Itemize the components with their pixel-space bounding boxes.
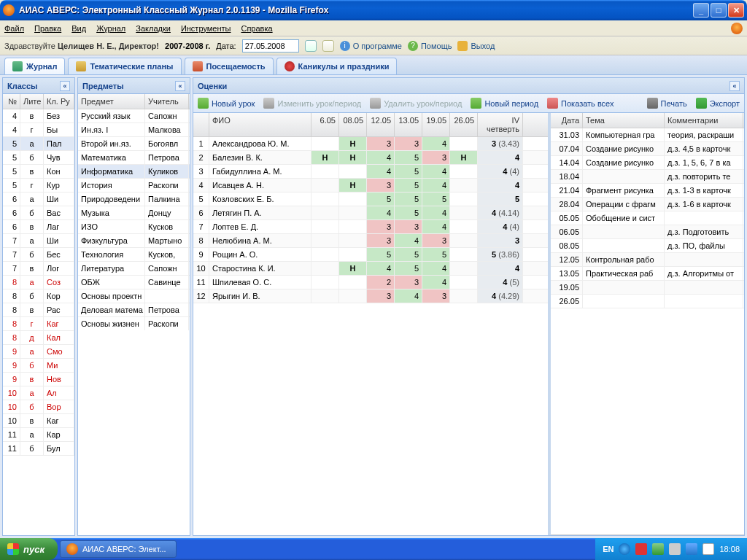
topic-row[interactable]: 05.05Обобщение и сист [551,211,744,225]
minimize-button[interactable]: _ [693,3,709,18]
collapse-icon[interactable]: « [60,81,70,91]
subject-row[interactable]: Основы жизненРаскопи [78,317,190,330]
class-row[interactable]: 6вЛаг [3,220,74,234]
class-row[interactable]: 9бМи [3,359,74,373]
help-link[interactable]: ?Помощь [408,41,452,51]
subject-row[interactable]: ИнформатикаКуликов [78,165,190,179]
class-row[interactable]: 8вРас [3,303,74,317]
show-all-button[interactable]: Показать всех [547,98,614,109]
class-row[interactable]: 7бБес [3,248,74,262]
class-row[interactable]: 9аСмо [3,345,74,359]
student-row[interactable]: 2Балезин В. К.НН453Н4 [193,151,548,165]
class-row[interactable]: 6аШи [3,192,74,206]
subjects-grid-body[interactable]: Русский языкСапожнИн.яз. IМалковаВторой … [78,109,190,330]
student-row[interactable]: 12Ярыгин И. В.3434 (4.29) [193,289,548,303]
subject-row[interactable]: ИЗОКусков [78,220,190,234]
class-row[interactable]: 4гБы [3,123,74,137]
topic-row[interactable]: 18.04д.з. повторить те [551,170,744,184]
topic-row[interactable]: 28.04Операции с фрагмд.з. 1-6 в карточк [551,198,744,211]
collapse-icon[interactable]: « [729,81,740,91]
exit-link[interactable]: Выход [457,41,495,51]
topic-row[interactable]: 19.05 [551,281,744,295]
tray-icon[interactable] [686,543,697,555]
tab-attendance[interactable]: Посещаемость [185,58,274,74]
class-row[interactable]: 5аПал [3,137,74,151]
menu-file[interactable]: Файл [4,24,24,33]
subject-row[interactable]: Второй ин.яз.Богоявл [78,137,190,151]
class-row[interactable]: 10аАл [3,386,74,400]
delete-lesson-button[interactable]: Удалить урок/период [370,98,462,109]
new-lesson-button[interactable]: Новый урок [198,98,255,109]
date-input[interactable] [242,39,299,52]
menu-help[interactable]: Справка [241,24,272,33]
student-row[interactable]: 8Нелюбина А. М.3433 [193,234,548,248]
student-row[interactable]: 6Летягин П. А.4544 (4.14) [193,206,548,220]
class-row[interactable]: 5бЧув [3,151,74,165]
language-indicator[interactable]: EN [603,545,614,553]
tray-icon[interactable] [669,543,681,555]
class-row[interactable]: 10вКаг [3,414,74,428]
class-row[interactable]: 7аШи [3,234,74,248]
class-row[interactable]: 8аСоз [3,276,74,289]
class-row[interactable]: 11аКар [3,428,74,442]
menu-journal[interactable]: Журнал [96,24,125,33]
collapse-icon[interactable]: « [175,81,185,91]
class-row[interactable]: 11бБул [3,442,74,456]
marks-grid-body[interactable]: 1Александрова Ю. М.Н3343 (3.43)2Балезин … [193,137,548,535]
student-row[interactable]: 7Лоптев Е. Д.3344 (4) [193,220,548,234]
tray-icon[interactable] [652,543,664,555]
class-row[interactable]: 9вНов [3,373,74,386]
topics-scrollbar[interactable]: ◄ ► [551,534,744,535]
menu-edit[interactable]: Правка [34,24,61,33]
subject-row[interactable]: Русский языкСапожн [78,109,190,123]
menu-tools[interactable]: Инструменты [181,24,231,33]
subject-row[interactable]: МатематикаПетрова [78,151,190,165]
subject-row[interactable]: Основы проектн [78,289,190,303]
subject-row[interactable]: ИсторияРаскопи [78,179,190,192]
about-link[interactable]: iО программе [340,41,402,51]
tab-holidays[interactable]: Каникулы и праздники [276,58,398,74]
topic-row[interactable]: 14.04Создание рисункод.з. 1, 5, 6, 7 в к… [551,156,744,170]
student-row[interactable]: 5Козловских Е. Б.5555 [193,192,548,206]
student-row[interactable]: 3Габидуллина А. М.4544 (4) [193,165,548,179]
system-tray[interactable]: EN 18:08 [595,538,747,560]
new-period-button[interactable]: Новый период [471,98,538,109]
subject-row[interactable]: ПриродоведениПалкина [78,192,190,206]
close-button[interactable]: ✕ [728,3,744,18]
subject-row[interactable]: ЛитератураСапожн [78,262,190,276]
student-row[interactable]: 11Шпилевая О. С.2344 (5) [193,276,548,289]
clear-date-icon[interactable] [322,40,334,52]
class-row[interactable]: 5гКур [3,179,74,192]
tray-icon[interactable] [635,543,647,555]
subject-row[interactable]: Ин.яз. IМалкова [78,123,190,137]
subject-row[interactable]: ФизкультураМартыно [78,234,190,248]
topic-row[interactable]: 21.04Фрагмент рисункад.з. 1-3 в карточк [551,184,744,198]
class-row[interactable]: 4вБез [3,109,74,123]
subject-row[interactable]: МузыкаДонцу [78,206,190,220]
calendar-icon[interactable] [305,40,317,52]
topics-grid-body[interactable]: 31.03Компьютерная гратеория, раскраши07.… [551,128,744,534]
taskbar-app[interactable]: АИАС АВЕРС: Элект... [60,540,177,558]
menu-bookmarks[interactable]: Закладки [136,24,171,33]
tab-journal[interactable]: Журнал [4,58,65,74]
student-row[interactable]: 10Старостина К. И.Н4544 [193,262,548,276]
topic-row[interactable]: 06.05д.з. Подготовить [551,225,744,239]
start-button[interactable]: пуск [0,538,58,560]
class-row[interactable]: 5вКон [3,165,74,179]
subject-row[interactable]: ТехнологияКусков, [78,248,190,262]
tab-themes[interactable]: Тематические планы [68,58,181,74]
maximize-button[interactable]: □ [711,3,727,18]
class-row[interactable]: 7вЛог [3,262,74,276]
topic-row[interactable]: 08.05д.з. ПО, файлы [551,239,744,253]
topic-row[interactable]: 12.05Контрольная рабо [551,253,744,267]
classes-grid-body[interactable]: 4вБез4гБы5аПал5бЧув5вКон5гКур6аШи6бВас6в… [3,109,74,534]
subject-row[interactable]: Деловая матемаПетрова [78,303,190,317]
class-row[interactable]: 8бКор [3,289,74,303]
clock[interactable]: 18:08 [719,545,740,553]
tray-icon[interactable] [619,543,630,555]
class-row[interactable]: 10бВор [3,400,74,414]
student-row[interactable]: 4Исавцев А. Н.Н3544 [193,179,548,192]
topic-row[interactable]: 07.04Создание рисункод.з. 4,5 в карточк [551,142,744,156]
student-row[interactable]: 9Рощин А. О.5555 (3.86) [193,248,548,262]
export-button[interactable]: Экспорт [696,98,740,109]
